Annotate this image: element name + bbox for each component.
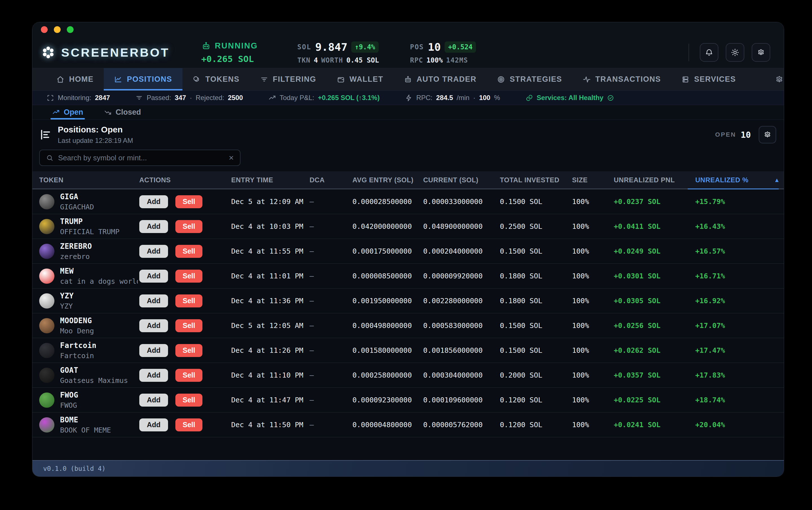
table-row[interactable]: MEW cat in a dogs world Add Sell Dec 4 a… bbox=[32, 264, 784, 289]
search-box[interactable]: × bbox=[39, 150, 240, 166]
settings-button[interactable] bbox=[752, 43, 770, 62]
tab-closed[interactable]: Closed bbox=[103, 105, 143, 119]
search-input[interactable] bbox=[58, 154, 224, 162]
notifications-button[interactable] bbox=[700, 43, 718, 62]
pnl-label: Today P&L: bbox=[280, 94, 314, 102]
dca-value: – bbox=[310, 272, 352, 280]
col-current[interactable]: CURRENT (SOL) bbox=[423, 176, 500, 184]
sell-button[interactable]: Sell bbox=[175, 319, 202, 332]
percent-sign: % bbox=[494, 94, 500, 102]
total-invested-value: 0.1200 SOL bbox=[500, 396, 572, 404]
nav-label-services: SERVICES bbox=[694, 75, 736, 84]
entry-time: Dec 4 at 11:50 PM bbox=[231, 421, 310, 429]
table-row[interactable]: Fartcoin Fartcoin Add Sell Dec 4 at 11:2… bbox=[32, 338, 784, 363]
maximize-window-button[interactable] bbox=[67, 26, 74, 33]
sell-button[interactable]: Sell bbox=[175, 394, 202, 407]
add-button[interactable]: Add bbox=[139, 295, 168, 307]
col-avg-entry[interactable]: AVG ENTRY (SOL) bbox=[352, 176, 423, 184]
wallet-icon bbox=[337, 75, 345, 84]
minimize-window-button[interactable] bbox=[54, 26, 61, 33]
col-actions[interactable]: ACTIONS bbox=[139, 176, 231, 184]
add-button[interactable]: Add bbox=[139, 418, 168, 431]
current-value: 0.048900000000 bbox=[423, 222, 500, 231]
table-row[interactable]: YZY YZY Add Sell Dec 4 at 11:36 PM – 0.0… bbox=[32, 289, 784, 313]
table-row[interactable]: GOAT Goatseus Maximus Add Sell Dec 4 at … bbox=[32, 363, 784, 388]
sell-button[interactable]: Sell bbox=[175, 369, 202, 382]
coins-icon bbox=[193, 75, 201, 84]
unrealized-pct-value: +18.74% bbox=[695, 396, 774, 404]
nav-tab-tokens[interactable]: TOKENS bbox=[182, 68, 250, 90]
table-row[interactable]: MOODENG Moo Deng Add Sell Dec 5 at 12:05… bbox=[32, 313, 784, 338]
add-button[interactable]: Add bbox=[139, 394, 168, 407]
add-button[interactable]: Add bbox=[139, 369, 168, 382]
robot-icon bbox=[201, 41, 211, 51]
sell-button[interactable]: Sell bbox=[175, 344, 202, 357]
tkn-label: TKN bbox=[297, 56, 311, 64]
add-button[interactable]: Add bbox=[139, 344, 168, 357]
sort-ascending-icon[interactable]: ▲ bbox=[774, 177, 784, 183]
clear-search-icon[interactable]: × bbox=[229, 154, 234, 162]
trending-down-icon bbox=[104, 109, 112, 116]
nav-tab-strategies[interactable]: STRATEGIES bbox=[487, 68, 572, 90]
total-invested-value: 0.1800 SOL bbox=[500, 297, 572, 305]
sell-button[interactable]: Sell bbox=[175, 270, 202, 282]
token-symbol: GIGA bbox=[60, 192, 94, 201]
col-token[interactable]: TOKEN bbox=[39, 176, 139, 184]
sell-button[interactable]: Sell bbox=[175, 418, 202, 431]
table-row[interactable]: GIGA GIGACHAD Add Sell Dec 5 at 12:09 AM… bbox=[32, 189, 784, 214]
entry-time: Dec 4 at 11:55 PM bbox=[231, 247, 310, 255]
current-value: 0.000033000000 bbox=[423, 198, 500, 206]
col-size[interactable]: SIZE bbox=[572, 176, 614, 184]
token-symbol: MOODENG bbox=[60, 317, 94, 325]
trending-up-icon bbox=[268, 94, 276, 102]
col-entry-time[interactable]: ENTRY TIME bbox=[231, 176, 310, 184]
tab-open[interactable]: Open bbox=[51, 105, 85, 119]
token-avatar bbox=[39, 318, 54, 333]
sell-button[interactable]: Sell bbox=[175, 295, 202, 307]
table-settings-button[interactable] bbox=[759, 126, 776, 143]
token-avatar bbox=[39, 269, 54, 284]
avg-entry-value: 0.001950000000 bbox=[352, 297, 423, 305]
nav-tab-auto-trader[interactable]: AUTO TRADER bbox=[394, 68, 487, 90]
table-row[interactable]: BOME BOOK OF MEME Add Sell Dec 4 at 11:5… bbox=[32, 413, 784, 437]
nav-tab-positions[interactable]: POSITIONS bbox=[104, 68, 182, 90]
nav-tab-filtering[interactable]: FILTERING bbox=[250, 68, 326, 90]
nav-tab-services[interactable]: SERVICES bbox=[671, 68, 746, 90]
col-unrealized-pnl[interactable]: UNREALIZED PNL bbox=[614, 176, 695, 184]
avg-entry-value: 0.000028500000 bbox=[352, 198, 423, 206]
table-row[interactable]: TRUMP OFFICIAL TRUMP Add Sell Dec 4 at 1… bbox=[32, 214, 784, 239]
sell-button[interactable]: Sell bbox=[175, 245, 202, 258]
nav-tab-home[interactable]: HOME bbox=[46, 68, 104, 90]
unrealized-pnl-value: +0.0241 SOL bbox=[614, 421, 695, 429]
nav-overflow[interactable] bbox=[775, 68, 784, 90]
nav-tab-transactions[interactable]: TRANSACTIONS bbox=[572, 68, 671, 90]
add-button[interactable]: Add bbox=[139, 270, 168, 282]
add-button[interactable]: Add bbox=[139, 220, 168, 233]
unrealized-pct-value: +16.43% bbox=[695, 222, 774, 231]
positions-table-body: GIGA GIGACHAD Add Sell Dec 5 at 12:09 AM… bbox=[32, 189, 784, 437]
main-nav: HOME POSITIONS TOKENS FILTERING WALLET A… bbox=[32, 68, 784, 90]
sell-button[interactable]: Sell bbox=[175, 195, 202, 208]
sell-button[interactable]: Sell bbox=[175, 220, 202, 233]
rpc-status: RPC: 284.5 /min · 100 % bbox=[405, 94, 500, 102]
scan-icon bbox=[47, 94, 54, 102]
dca-value: – bbox=[310, 322, 352, 330]
add-button[interactable]: Add bbox=[139, 245, 168, 258]
add-button[interactable]: Add bbox=[139, 319, 168, 332]
bar-chart-icon bbox=[39, 128, 52, 141]
col-total-invested[interactable]: TOTAL INVESTED bbox=[500, 176, 572, 184]
token-symbol: TRUMP bbox=[60, 217, 120, 226]
token-cell: FWOG FWOG bbox=[39, 391, 139, 410]
token-symbol: FWOG bbox=[60, 391, 78, 399]
table-row[interactable]: FWOG FWOG Add Sell Dec 4 at 11:47 PM – 0… bbox=[32, 388, 784, 413]
col-unrealized-pct[interactable]: UNREALIZED % bbox=[695, 176, 774, 184]
actions-cell: Add Sell bbox=[139, 394, 231, 407]
avg-entry-value: 0.000004800000 bbox=[352, 421, 423, 429]
col-dca[interactable]: DCA bbox=[310, 176, 352, 184]
unrealized-pnl-value: +0.0225 SOL bbox=[614, 396, 695, 404]
theme-toggle-button[interactable] bbox=[726, 43, 744, 62]
table-row[interactable]: ZEREBRO zerebro Add Sell Dec 4 at 11:55 … bbox=[32, 239, 784, 264]
close-window-button[interactable] bbox=[41, 26, 48, 33]
add-button[interactable]: Add bbox=[139, 195, 168, 208]
nav-tab-wallet[interactable]: WALLET bbox=[326, 68, 394, 90]
